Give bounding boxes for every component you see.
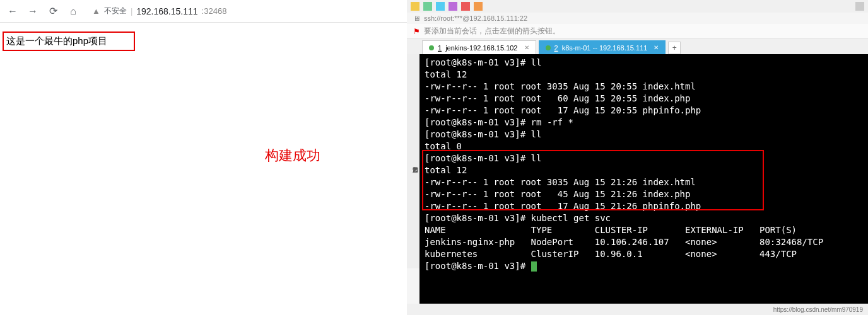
tab-k8s[interactable]: 2 k8s-m-01 -- 192.168.15.111 ✕ — [539, 40, 666, 54]
back-button[interactable]: ← — [5, 4, 20, 19]
add-tab-button[interactable]: + — [668, 42, 681, 54]
reload-button[interactable]: ⟳ — [45, 4, 61, 19]
cmd: rm -rf * — [531, 117, 573, 127]
side-gutter[interactable]: 要添加当前 — [407, 54, 419, 268]
page-body: 这是一个最牛的php项目 — [0, 23, 407, 60]
build-success-annotation: 构建成功 — [265, 146, 320, 165]
line: -rw-r--r-- 1 root root 17 Aug 15 20:55 p… — [425, 105, 701, 115]
hint-text: 要添加当前会话，点击左侧的箭头按钮。 — [424, 26, 560, 37]
cmd: ll — [531, 153, 542, 163]
tab-jenkins[interactable]: 1 jenkins-192.168.15.102 ✕ — [422, 40, 536, 54]
line: total 0 — [425, 141, 462, 151]
tab-index: 1 — [438, 44, 442, 52]
line: -rw-r--r-- 1 root root 3035 Aug 15 20:55… — [425, 81, 696, 91]
cursor — [531, 261, 537, 272]
line: total 12 — [425, 165, 467, 175]
line: NAME TYPE CLUSTER-IP EXTERNAL-IP PORT(S) — [425, 225, 797, 235]
line: -rw-r--r-- 1 root root 3035 Aug 15 21:26… — [425, 177, 696, 187]
address-host: 192.168.15.111 — [136, 6, 197, 16]
prompt: [root@k8s-m-01 v3]# — [425, 261, 525, 271]
line: jenkins-nginx-php NodePort 10.106.246.10… — [425, 237, 823, 247]
cmd: kubectl get svc — [531, 213, 611, 223]
hint-bar: ⚑ 要添加当前会话，点击左侧的箭头按钮。 — [407, 24, 868, 39]
address-port: :32468 — [202, 6, 227, 16]
toolbar-icon[interactable] — [449, 2, 457, 11]
prompt: [root@k8s-m-01 v3]# — [425, 117, 525, 127]
close-icon[interactable]: ✕ — [524, 44, 529, 51]
security-label: 不安全 — [104, 6, 127, 16]
toolbar-icon[interactable] — [855, 2, 864, 11]
prompt: [root@k8s-m-01 v3]# — [425, 153, 525, 163]
prompt: [root@k8s-m-01 v3]# — [425, 213, 525, 223]
insecure-icon: ▲ — [92, 6, 100, 16]
toolbar-icon[interactable] — [436, 2, 445, 11]
status-url: https://blog.csdn.net/mm970919 — [773, 306, 863, 313]
terminal-output[interactable]: [root@k8s-m-01 v3]# ll total 12 -rw-r--r… — [419, 54, 868, 304]
browser-toolbar: ← → ⟳ ⌂ ▲ 不安全 | 192.168.15.111:32468 — [0, 0, 407, 23]
status-dot-icon — [546, 45, 551, 50]
prompt: [root@k8s-m-01 v3]# — [425, 57, 525, 67]
toolbar-icon[interactable] — [461, 2, 470, 11]
toolbar-icon[interactable] — [411, 2, 419, 11]
cmd: ll — [531, 57, 542, 67]
folder-icon: 🖥 — [413, 14, 420, 22]
tab-label: jenkins-192.168.15.102 — [445, 44, 517, 52]
tab-index: 2 — [554, 44, 558, 52]
line: -rw-r--r-- 1 root root 60 Aug 15 20:55 i… — [425, 93, 690, 103]
flag-icon: ⚑ — [413, 27, 420, 36]
forward-button[interactable]: → — [25, 4, 40, 19]
status-dot-icon — [429, 45, 434, 50]
terminal-pane: 🖥 ssh://root:***@192.168.15.111:22 ⚑ 要添加… — [407, 0, 868, 315]
browser-pane: ← → ⟳ ⌂ ▲ 不安全 | 192.168.15.111:32468 这是一… — [0, 0, 407, 315]
line: -rw-r--r-- 1 root root 45 Aug 15 21:26 i… — [425, 189, 690, 199]
status-bar: https://blog.csdn.net/mm970919 — [407, 304, 868, 315]
toolbar-icon[interactable] — [423, 2, 432, 11]
toolbar-icon[interactable] — [474, 2, 483, 11]
home-button[interactable]: ⌂ — [66, 4, 81, 19]
cmd: ll — [531, 129, 542, 139]
tab-label: k8s-m-01 -- 192.168.15.111 — [562, 44, 648, 52]
line: kubernetes ClusterIP 10.96.0.1 <none> 44… — [425, 249, 797, 259]
page-heading: 这是一个最牛的php项目 — [6, 35, 107, 46]
app-toolbar — [407, 0, 868, 13]
line: total 12 — [425, 69, 467, 79]
page-heading-highlight: 这是一个最牛的php项目 — [3, 32, 135, 51]
terminal-tabs: 1 jenkins-192.168.15.102 ✕ 2 k8s-m-01 --… — [407, 39, 868, 54]
close-icon[interactable]: ✕ — [654, 44, 659, 51]
prompt: [root@k8s-m-01 v3]# — [425, 129, 525, 139]
ssh-connection-bar: 🖥 ssh://root:***@192.168.15.111:22 — [407, 13, 868, 24]
line: -rw-r--r-- 1 root root 17 Aug 15 21:26 p… — [425, 201, 701, 211]
ssh-connection-text: ssh://root:***@192.168.15.111:22 — [424, 14, 527, 22]
address-bar[interactable]: ▲ 不安全 | 192.168.15.111:32468 — [86, 3, 402, 19]
